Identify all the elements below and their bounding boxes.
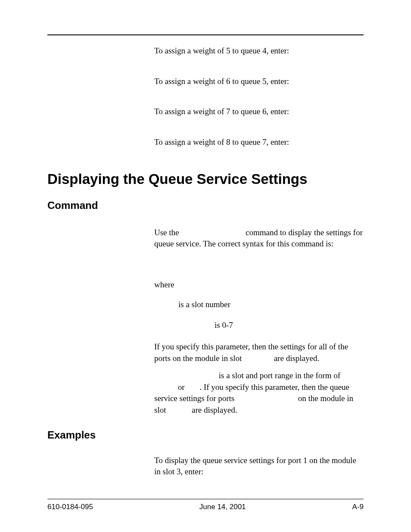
pr-a: is a slot and port range in the form of [217, 371, 340, 380]
examples-para: To display the queue service settings fo… [154, 455, 364, 478]
section-title: Displaying the Queue Service Settings [47, 171, 364, 187]
header-rule [47, 34, 364, 35]
cmd-text-b: command to display the settings for queu… [154, 228, 363, 249]
command-body: Use the command to display the settings … [47, 227, 364, 478]
command-description: Use the command to display the settings … [154, 227, 364, 250]
examples-row: Examples [154, 429, 364, 455]
footer-rule [47, 499, 364, 499]
command-heading: Command [47, 199, 364, 212]
footer-left: 610-0184-095 [47, 503, 93, 511]
range-item: is 0-7 [154, 320, 364, 330]
footer-center: June 14, 2001 [199, 503, 246, 511]
pr-e: are displayed. [190, 405, 237, 414]
examples-heading: Examples [47, 429, 96, 441]
cmd-text-a: Use the [154, 228, 181, 237]
intro-para-4: To assign a weight of 8 to queue 7, ente… [154, 137, 364, 148]
intro-para-3: To assign a weight of 7 to queue 6, ente… [154, 106, 364, 117]
page: To assign a weight of 5 to queue 4, ente… [0, 0, 411, 532]
footer-right: A-9 [352, 503, 364, 511]
where-label: where [154, 280, 364, 289]
intro-para-2: To assign a weight of 6 to queue 5, ente… [154, 76, 364, 87]
page-footer: 610-0184-095 June 14, 2001 A-9 [47, 499, 364, 511]
footer-line: 610-0184-095 June 14, 2001 A-9 [47, 503, 364, 511]
intro-para-1: To assign a weight of 5 to queue 4, ente… [154, 46, 364, 56]
specify-b: are displayed. [272, 354, 319, 363]
specify-para: If you specify this parameter, then the … [154, 341, 364, 364]
pr-b: or [176, 383, 187, 392]
body-column: To assign a weight of 5 to queue 4, ente… [47, 46, 364, 148]
portrange-para: is a slot and port range in the form of … [154, 370, 364, 416]
slot-item: is a slot number [154, 300, 364, 309]
